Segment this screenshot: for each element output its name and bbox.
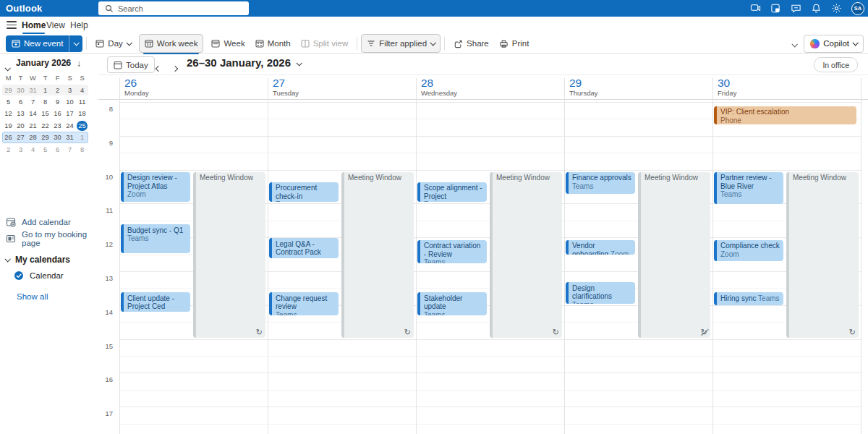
view-workweek-button[interactable]: Work week xyxy=(139,34,204,53)
minical-day[interactable]: 19 xyxy=(2,120,14,132)
minical-day[interactable]: 1 xyxy=(76,132,88,143)
minical-day[interactable]: 6 xyxy=(51,143,64,155)
minical-day[interactable]: 8 xyxy=(39,96,51,108)
calendar-event[interactable]: Design clarificationsTeams xyxy=(566,282,635,304)
day-header-monday[interactable]: 26Monday xyxy=(119,75,268,99)
calendar-event[interactable]: Design review - Project AtlasZoom xyxy=(121,172,190,202)
minical-day[interactable]: 24 xyxy=(64,120,76,132)
next-week-button[interactable] xyxy=(173,61,177,74)
hamburger-menu-icon[interactable] xyxy=(7,21,17,29)
calendar-event[interactable]: Stakeholder updateTeams xyxy=(417,292,487,315)
calendar-event[interactable]: Budget sync - Q1Teams xyxy=(121,224,190,252)
calendar-grid[interactable]: 891011121314151617Design review - Projec… xyxy=(98,99,868,434)
minical-day[interactable]: 26 xyxy=(2,132,14,143)
minical-day[interactable]: 16 xyxy=(51,108,64,119)
sidebar-item-calendar[interactable]: Calendar xyxy=(0,268,98,283)
today-button[interactable]: Today xyxy=(107,56,155,73)
booking-page-link[interactable]: Go to my booking page xyxy=(0,231,98,246)
minical-day[interactable]: 15 xyxy=(39,108,51,119)
tab-home[interactable]: Home xyxy=(22,17,46,34)
app-logo[interactable]: Outlook xyxy=(6,0,43,17)
apps-icon[interactable] xyxy=(770,3,781,14)
account-avatar[interactable]: SA xyxy=(851,2,864,15)
ribbon-collapse-chevron[interactable] xyxy=(792,37,796,50)
minical-day[interactable]: 4 xyxy=(76,84,88,95)
search-input[interactable]: Search xyxy=(98,1,249,15)
minical-day[interactable]: 22 xyxy=(39,120,51,132)
minical-day[interactable]: 2 xyxy=(2,143,14,155)
minical-day[interactable]: 13 xyxy=(14,108,27,119)
minical-day[interactable]: 23 xyxy=(51,120,64,132)
date-range-title[interactable]: 26–30 January, 2026 xyxy=(187,56,301,69)
share-button[interactable]: Share xyxy=(448,35,494,52)
day-header-tuesday[interactable]: 27Tuesday xyxy=(268,75,416,99)
filter-applied-button[interactable]: Filter applied xyxy=(361,34,441,53)
minical-next-icon[interactable]: ↓ xyxy=(77,58,81,69)
calendar-event[interactable]: Vendor onboarding Zoom xyxy=(566,240,635,255)
minical-day[interactable]: 18 xyxy=(76,108,88,119)
minical-day[interactable]: 20 xyxy=(14,120,27,132)
prev-week-button[interactable] xyxy=(156,61,161,74)
calendar-event[interactable]: VIP: Client escalationPhone xyxy=(714,106,856,124)
minical-day[interactable]: 5 xyxy=(39,143,51,155)
minical-title[interactable]: January 2026 xyxy=(16,58,71,68)
tab-help[interactable]: Help xyxy=(70,17,88,34)
calendar-event[interactable]: Scope alignment - ProjectZoom xyxy=(417,182,487,202)
chat-icon[interactable] xyxy=(750,3,761,14)
minical-day[interactable]: 3 xyxy=(14,143,27,155)
view-week-button[interactable]: Week xyxy=(206,35,250,52)
minical-day[interactable]: 29 xyxy=(39,132,51,143)
minical-day[interactable]: 31 xyxy=(64,132,76,143)
minical-day[interactable]: 7 xyxy=(27,96,39,108)
calendar-event[interactable]: Compliance checkZoom xyxy=(714,240,783,262)
add-calendar-link[interactable]: Add calendar xyxy=(0,215,98,229)
in-office-pill[interactable]: In office xyxy=(814,57,858,72)
minical-day[interactable]: 9 xyxy=(51,96,64,108)
feedback-icon[interactable] xyxy=(791,3,801,14)
minical-day[interactable]: 12 xyxy=(2,108,14,119)
calendar-event[interactable]: Finance approvalsTeams xyxy=(566,172,635,194)
view-day-button[interactable]: Day xyxy=(90,35,135,52)
minical-day[interactable]: 31 xyxy=(27,84,39,95)
minical-day[interactable]: 29 xyxy=(2,84,14,95)
calendar-event[interactable]: Partner review - Blue RiverTeams xyxy=(714,172,783,204)
minical-day[interactable]: 2 xyxy=(51,84,64,95)
calendar-event[interactable]: Meeting Window↻ xyxy=(786,172,859,338)
minical-day[interactable]: 27 xyxy=(14,132,27,143)
minical-day[interactable]: 21 xyxy=(27,120,39,132)
calendar-event[interactable]: Meeting Window↻ xyxy=(490,172,562,338)
my-calendars-header[interactable]: My calendars xyxy=(0,252,98,267)
copilot-button[interactable]: Copilot xyxy=(804,35,864,53)
minical-day[interactable]: 25 xyxy=(76,120,88,132)
minical-day[interactable]: 4 xyxy=(27,143,39,155)
view-month-button[interactable]: Month xyxy=(250,35,296,52)
minical-day[interactable]: 5 xyxy=(2,96,14,108)
day-header-thursday[interactable]: 29Thursday xyxy=(564,75,712,99)
minical-day[interactable]: 8 xyxy=(76,143,88,155)
calendar-event[interactable]: Hiring sync Teams xyxy=(714,292,783,305)
minical-day[interactable]: 17 xyxy=(64,108,76,119)
day-header-wednesday[interactable]: 28Wednesday xyxy=(416,75,564,99)
minical-day[interactable]: 28 xyxy=(27,132,39,143)
minical-day[interactable]: 30 xyxy=(51,132,64,143)
minical-day[interactable]: 14 xyxy=(27,108,39,119)
tab-view[interactable]: View xyxy=(46,17,65,34)
notifications-icon[interactable] xyxy=(811,3,822,14)
new-event-button[interactable]: New event xyxy=(6,35,82,52)
minical-day[interactable]: 3 xyxy=(64,84,76,95)
show-all-link[interactable]: Show all xyxy=(0,289,98,304)
view-splitview-button[interactable]: Split view xyxy=(296,35,354,52)
day-header-friday[interactable]: 30Friday xyxy=(712,75,861,99)
calendar-event[interactable]: Meeting Window↻ xyxy=(193,172,265,338)
minical-day[interactable]: 10 xyxy=(64,96,76,108)
new-event-dropdown[interactable] xyxy=(69,41,82,46)
calendar-checked-icon[interactable] xyxy=(13,271,24,281)
calendar-event[interactable]: Client update - Project CedPhone xyxy=(121,292,190,312)
calendar-event[interactable]: Meeting Window↻ xyxy=(638,172,710,338)
minical-day[interactable]: 7 xyxy=(64,143,76,155)
minical-day[interactable]: 30 xyxy=(14,84,27,95)
calendar-event[interactable]: Contract variation - ReviewTeams xyxy=(417,240,487,263)
calendar-event[interactable]: Change request reviewTeams xyxy=(269,292,339,315)
minical-day[interactable]: 6 xyxy=(14,96,27,108)
calendar-event[interactable]: Meeting Window↻ xyxy=(341,172,414,338)
